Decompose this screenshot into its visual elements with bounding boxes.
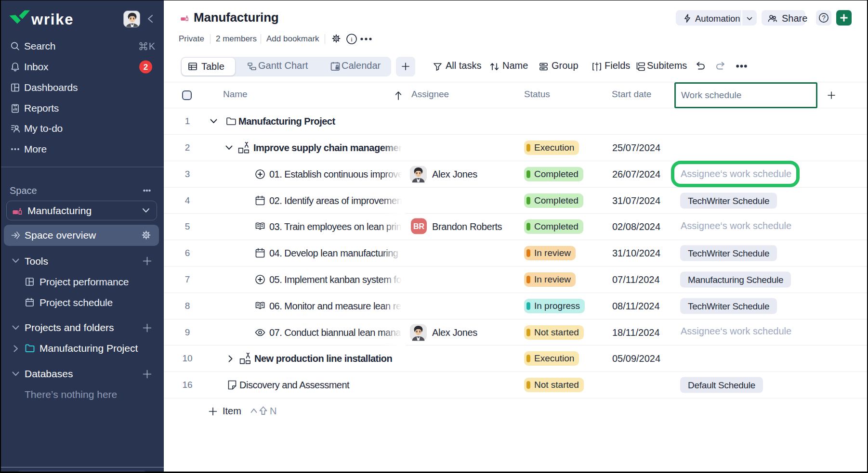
svg-text:?: ?	[822, 14, 826, 22]
svg-text:i: i	[351, 36, 353, 43]
